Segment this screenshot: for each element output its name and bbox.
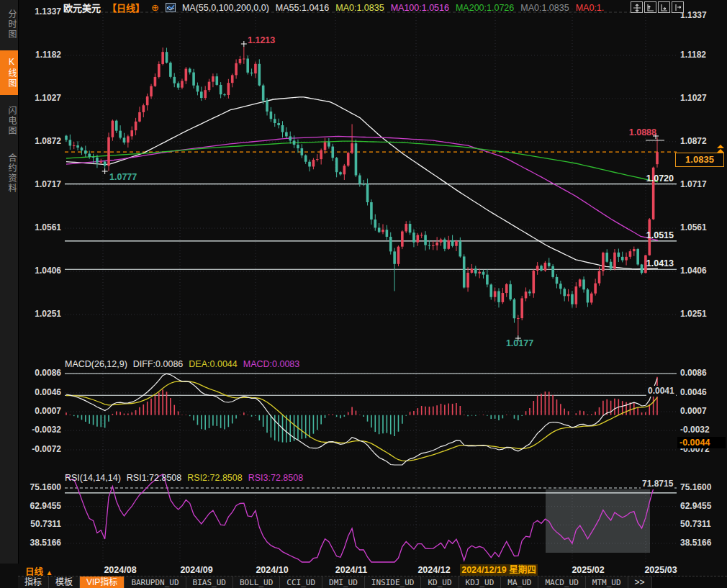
macd-axis-left-3: -0.0032 bbox=[22, 425, 61, 435]
scroll-to-latest-icon[interactable] bbox=[672, 1, 684, 13]
chart-canvas[interactable] bbox=[0, 0, 727, 588]
tab-ma-ud[interactable]: MA_UD bbox=[501, 576, 538, 588]
ma-values: MA55:1.0416MA0:1.0835MA100:1.0516MA200:1… bbox=[276, 3, 604, 13]
extreme-marker-cross bbox=[241, 41, 247, 47]
price-axis-right-1: 1.1182 bbox=[680, 50, 706, 60]
price-axis-right-2: 1.1027 bbox=[680, 93, 707, 104]
add-compare-icon[interactable]: ⊕ bbox=[151, 3, 159, 12]
macd-diff-line bbox=[66, 374, 657, 465]
tab-bias-ud[interactable]: BIAS_UD bbox=[186, 576, 233, 588]
sr-line-label-2: 1.0515 bbox=[631, 230, 674, 240]
macd-axis-right-3: -0.0032 bbox=[680, 425, 710, 435]
annotation-peak-high: 1.1213 bbox=[248, 35, 275, 45]
price-axis-right-3: 1.0872 bbox=[680, 136, 707, 147]
tab-boll-ud[interactable]: BOLL_UD bbox=[233, 576, 280, 588]
rsi-axis-left-0: 75.1600 bbox=[22, 482, 61, 493]
rsi2-value: RSI2:72.8508 bbox=[187, 473, 242, 483]
macd-axis-left-1: 0.0046 bbox=[22, 387, 61, 398]
left-view-toolbar: 分时图K线图闪电图合约资料 bbox=[0, 0, 19, 564]
price-axis-left-6: 1.0406 bbox=[22, 266, 61, 276]
rsi-axis-left-2: 50.7311 bbox=[22, 519, 61, 530]
price-axis-left-3: 1.0872 bbox=[22, 136, 61, 147]
ma-line bbox=[66, 97, 658, 269]
chart-header: 欧元美元 【日线】 ⊕ MA(55,0,100,200,0,0) MA55:1.… bbox=[63, 1, 604, 14]
tab-inside-ud[interactable]: INSIDE_UD bbox=[365, 576, 422, 588]
sr-line-label-1: 1.0720 bbox=[631, 173, 674, 184]
rsi-title: RSI(14,14,14) bbox=[65, 473, 121, 483]
indicator-tab-bar: 指标模板VIP指标BARUPDN_UDBIAS_UDBOLL_UDCCI_UDD… bbox=[18, 576, 727, 588]
price-axis-right-0: 1.1337 bbox=[680, 10, 707, 21]
ma-value-3: MA200:1.0726 bbox=[456, 3, 514, 13]
pan-crosshair-icon[interactable] bbox=[631, 1, 643, 13]
period-tag: 【日线】 bbox=[107, 1, 145, 14]
price-alert-icon bbox=[716, 145, 725, 153]
ma-value-2: MA100:1.0516 bbox=[391, 3, 449, 13]
macd-axis-right-1: 0.0046 bbox=[680, 387, 707, 398]
xaxis-label-0: 2024/08 bbox=[95, 565, 145, 575]
rsi-axis-right-0: 75.1600 bbox=[680, 482, 711, 493]
rsi-axis-right-1: 62.9455 bbox=[680, 501, 711, 512]
macd-dea-line bbox=[66, 381, 657, 461]
rsi3-value: RSI3:72.8508 bbox=[248, 473, 303, 483]
price-axis-left-5: 1.0561 bbox=[22, 222, 61, 233]
tab-macd-ud[interactable]: MACD_UD bbox=[538, 576, 585, 588]
ma-value-4: MA0:1.0835 bbox=[520, 3, 569, 13]
price-axis-right-6: 1.0406 bbox=[680, 266, 707, 276]
macd-dea-value: DEA:0.0044 bbox=[189, 359, 237, 369]
sidebar-item-2[interactable]: 闪电图 bbox=[0, 99, 18, 143]
tab-indicators[interactable]: 指标 bbox=[18, 576, 49, 588]
tab-vip-indicators[interactable]: VIP指标 bbox=[80, 576, 125, 588]
annotation-bottom-low: 1.0177 bbox=[500, 338, 540, 348]
indicator-chart-icon[interactable] bbox=[166, 3, 176, 12]
tab-mtm-ud[interactable]: MTM_UD bbox=[586, 576, 628, 588]
fit-horizontal-axis-icon[interactable] bbox=[658, 1, 670, 13]
sidebar-item-1[interactable]: K线图 bbox=[0, 50, 18, 95]
macd-axis-left-4: -0.0072 bbox=[22, 444, 61, 455]
macd-axis-tag: -0.0044 bbox=[677, 437, 726, 448]
rsi-drawn-line-label: 71.8715 bbox=[641, 479, 674, 489]
xaxis-label-6: 2025/03 bbox=[636, 565, 686, 575]
macd-axis-right-0: 0.0086 bbox=[680, 368, 707, 379]
price-axis-right-7: 1.0251 bbox=[680, 309, 707, 320]
xaxis-label-1: 2024/09 bbox=[171, 565, 222, 575]
macd-value: MACD:0.0083 bbox=[243, 359, 300, 369]
rsi-pane-header: RSI(14,14,14) RSI1:72.8508 RSI2:72.8508 … bbox=[65, 473, 303, 483]
rsi-axis-left-1: 62.9455 bbox=[22, 501, 61, 512]
price-axis-right-4: 1.0717 bbox=[680, 179, 707, 190]
tab--[interactable]: >> bbox=[628, 576, 652, 588]
price-axis-left-2: 1.1027 bbox=[22, 93, 61, 104]
macd-diff-value: DIFF:0.0086 bbox=[133, 359, 183, 369]
trading-terminal: 分时图K线图闪电图合约资料 欧元美元 【日线】 ⊕ MA(55,0,100,20… bbox=[0, 0, 727, 588]
selected-date-badge: 2024/12/19 星期四 bbox=[460, 564, 538, 576]
macd-axis-left-2: 0.0007 bbox=[22, 406, 61, 417]
tab-kd-ud[interactable]: KD_UD bbox=[421, 576, 459, 588]
annotation-early-low: 1.0777 bbox=[109, 172, 137, 182]
symbol-name: 欧元美元 bbox=[63, 1, 101, 14]
tab-templates[interactable]: 模板 bbox=[49, 576, 80, 588]
tab-cci-ud[interactable]: CCI_UD bbox=[280, 576, 322, 588]
sidebar-item-3[interactable]: 合约资料 bbox=[0, 147, 18, 200]
ma-settings-label: MA(55,0,100,200,0,0) bbox=[182, 3, 269, 13]
macd-title: MACD(26,12,9) bbox=[65, 359, 127, 369]
sidebar-item-0[interactable]: 分时图 bbox=[0, 3, 18, 46]
xaxis-label-5: 2025/02 bbox=[563, 565, 613, 575]
rsi-axis-right-3: 38.5166 bbox=[680, 538, 711, 548]
price-axis-right-5: 1.0561 bbox=[680, 222, 707, 233]
price-axis-left-4: 1.0717 bbox=[22, 179, 61, 190]
fit-vertical-axis-icon[interactable] bbox=[644, 1, 656, 13]
tab-barupdn-ud[interactable]: BARUPDN_UD bbox=[125, 576, 186, 588]
rsi-axis-right-2: 50.7311 bbox=[680, 519, 711, 530]
macd-axis-right-2: 0.0007 bbox=[680, 406, 707, 417]
price-axis-left-7: 1.0251 bbox=[22, 309, 61, 320]
rsi1-value: RSI1:72.8508 bbox=[127, 473, 181, 483]
tab-kdj-ud[interactable]: KDJ_UD bbox=[459, 576, 502, 588]
ma-value-1: MA0:1.0835 bbox=[335, 3, 384, 13]
annotation-recent-high: 1.0888 bbox=[616, 127, 656, 137]
ma-value-0: MA55:1.0416 bbox=[276, 3, 329, 13]
rsi-axis-left-3: 38.5166 bbox=[22, 538, 61, 548]
last-price-tag: 1.0835 bbox=[675, 153, 724, 167]
tab-dmi-ud[interactable]: DMI_UD bbox=[322, 576, 365, 588]
macd-drawn-line-label: 0.0041 bbox=[646, 386, 676, 397]
ma-value-5: MA0:1. bbox=[576, 3, 605, 13]
chart-tools-toolbar bbox=[631, 1, 684, 13]
